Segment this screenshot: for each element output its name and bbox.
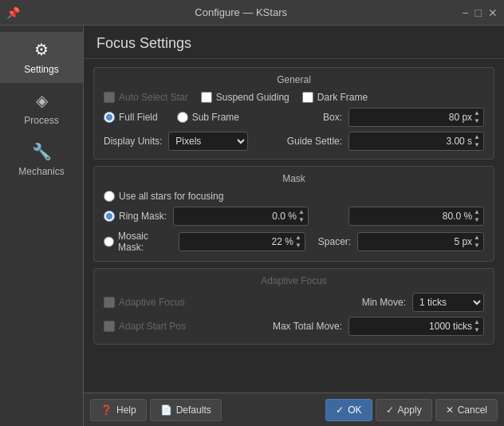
page-title: Focus Settings <box>84 26 504 59</box>
full-field-radio[interactable]: Full Field <box>104 112 158 123</box>
mosaic-mask-row: Mosaic Mask: ▲ ▼ Spacer: ▲ <box>104 231 484 253</box>
general-section: General Auto Select Star Suspend Guiding… <box>93 67 494 160</box>
display-units-select[interactable]: Pixels Arcseconds <box>168 132 248 151</box>
pin-icon[interactable]: 📌 <box>6 6 20 19</box>
bottom-bar: ❓ Help 📄 Defaults ✓ OK ✓ Apply ✕ Cancel <box>84 392 504 426</box>
guide-settle-spinbox[interactable]: ▲ ▼ <box>348 132 484 151</box>
settings-icon: ⚙ <box>34 40 49 59</box>
max-total-move-input[interactable] <box>352 321 472 332</box>
display-units-label: Display Units: <box>104 136 162 147</box>
sidebar-label-mechanics: Mechanics <box>18 166 64 177</box>
dark-frame-checkbox[interactable]: Dark Frame <box>302 92 368 103</box>
minimize-icon[interactable]: − <box>462 6 468 19</box>
ring-mask-right-input[interactable] <box>352 211 472 222</box>
use-all-stars-row: Use all stars for focusing <box>104 191 484 202</box>
defaults-icon: 📄 <box>160 404 172 416</box>
mosaic-mask-input-field[interactable] <box>183 236 293 247</box>
adapt-start-pos-input[interactable] <box>104 321 115 332</box>
suspend-guiding-input[interactable] <box>201 92 212 103</box>
general-row2: Full Field Sub Frame Box: ▲ ▼ <box>104 108 484 127</box>
mosaic-mask-spinbox[interactable]: ▲ ▼ <box>179 232 305 251</box>
mechanics-icon: 🔧 <box>32 142 52 161</box>
mask-section: Mask Use all stars for focusing Ring Mas… <box>93 166 494 262</box>
max-total-move-down[interactable]: ▼ <box>474 326 480 334</box>
sidebar: ⚙ Settings ◈ Process 🔧 Mechanics <box>0 26 84 426</box>
ring-mask-row: Ring Mask: ▲ ▼ ▲ ▼ <box>104 207 484 226</box>
sidebar-item-settings[interactable]: ⚙ Settings <box>0 32 83 83</box>
cancel-icon: ✕ <box>446 404 454 416</box>
spacer-label: Spacer: <box>318 236 351 247</box>
apply-icon: ✓ <box>386 404 394 416</box>
guide-settle-input[interactable] <box>352 136 472 147</box>
mosaic-mask-input[interactable] <box>104 236 114 247</box>
ring-mask-left-input[interactable] <box>177 211 297 222</box>
suspend-guiding-checkbox[interactable]: Suspend Guiding <box>201 92 289 103</box>
max-total-move-up[interactable]: ▲ <box>474 318 480 326</box>
ring-mask-radio[interactable]: Ring Mask: <box>104 211 167 222</box>
general-row1: Auto Select Star Suspend Guiding Dark Fr… <box>104 92 484 103</box>
adaptive-focus-checkbox[interactable]: Adaptive Focus <box>104 297 185 308</box>
close-icon[interactable]: ✕ <box>488 6 498 19</box>
ring-mask-left-down[interactable]: ▼ <box>298 216 305 224</box>
ring-mask-right-spinbox[interactable]: ▲ ▼ <box>348 207 484 226</box>
help-icon: ❓ <box>100 404 112 416</box>
mosaic-mask-radio[interactable]: Mosaic Mask: <box>104 231 172 253</box>
box-label: Box: <box>323 112 342 123</box>
box-down[interactable]: ▼ <box>474 117 480 125</box>
defaults-button[interactable]: 📄 Defaults <box>150 399 222 421</box>
titlebar: 📌 Configure — KStars − □ ✕ <box>0 0 504 26</box>
ok-icon: ✓ <box>336 404 344 416</box>
box-spinbox[interactable]: ▲ ▼ <box>348 108 484 127</box>
dark-frame-input[interactable] <box>302 92 313 103</box>
box-up[interactable]: ▲ <box>474 109 480 117</box>
sidebar-item-process[interactable]: ◈ Process <box>0 83 83 134</box>
af-row2: Adapt Start Pos Max Total Move: ▲ ▼ <box>104 317 484 336</box>
mosaic-mask-down[interactable]: ▼ <box>295 242 301 250</box>
ring-mask-left-spinbox[interactable]: ▲ ▼ <box>173 207 309 226</box>
guide-settle-down[interactable]: ▼ <box>474 141 480 149</box>
guide-settle-up[interactable]: ▲ <box>474 133 480 141</box>
content-area: Focus Settings General Auto Select Star … <box>84 26 504 426</box>
sidebar-item-mechanics[interactable]: 🔧 Mechanics <box>0 134 83 185</box>
af-row1: Adaptive Focus Min Move: 1 ticks 2 ticks… <box>104 293 484 312</box>
spacer-down[interactable]: ▼ <box>474 242 480 250</box>
process-icon: ◈ <box>36 91 48 110</box>
adaptive-focus-section-title: Adaptive Focus <box>104 275 484 286</box>
min-move-select[interactable]: 1 ticks 2 ticks 5 ticks 10 ticks <box>412 293 484 312</box>
right-buttons: ✓ OK ✓ Apply ✕ Cancel <box>325 399 498 421</box>
ring-mask-input[interactable] <box>104 211 115 222</box>
use-all-stars-input[interactable] <box>104 191 115 202</box>
maximize-icon[interactable]: □ <box>475 6 482 19</box>
spacer-spinbox[interactable]: ▲ ▼ <box>357 232 484 251</box>
spacer-input[interactable] <box>361 236 472 247</box>
max-total-move-label: Max Total Move: <box>273 321 342 332</box>
use-all-stars-radio[interactable]: Use all stars for focusing <box>104 191 223 202</box>
general-section-title: General <box>104 74 484 85</box>
sidebar-label-settings: Settings <box>24 64 58 75</box>
auto-select-star-checkbox[interactable]: Auto Select Star <box>104 92 188 103</box>
ring-mask-right-down[interactable]: ▼ <box>474 216 480 224</box>
ring-mask-right-up[interactable]: ▲ <box>474 208 480 216</box>
apply-button[interactable]: ✓ Apply <box>376 399 432 421</box>
ok-button[interactable]: ✓ OK <box>325 399 372 421</box>
main-layout: ⚙ Settings ◈ Process 🔧 Mechanics Focus S… <box>0 26 504 426</box>
min-move-label: Min Move: <box>362 297 406 308</box>
max-total-move-spinbox[interactable]: ▲ ▼ <box>348 317 484 336</box>
ring-mask-left-up[interactable]: ▲ <box>298 208 305 216</box>
help-button[interactable]: ❓ Help <box>90 399 147 421</box>
sub-frame-input[interactable] <box>177 112 188 123</box>
scroll-area: General Auto Select Star Suspend Guiding… <box>84 59 504 392</box>
window-title: Configure — KStars <box>20 6 462 18</box>
box-input[interactable] <box>352 112 472 123</box>
guide-settle-label: Guide Settle: <box>287 136 342 147</box>
full-field-input[interactable] <box>104 112 115 123</box>
mosaic-mask-up[interactable]: ▲ <box>295 234 301 242</box>
spacer-up[interactable]: ▲ <box>474 234 480 242</box>
sub-frame-radio[interactable]: Sub Frame <box>177 112 239 123</box>
auto-select-star-input[interactable] <box>104 92 115 103</box>
adaptive-focus-input[interactable] <box>104 297 115 308</box>
cancel-button[interactable]: ✕ Cancel <box>435 399 498 421</box>
adapt-start-pos-checkbox[interactable]: Adapt Start Pos <box>104 321 186 332</box>
adaptive-focus-section: Adaptive Focus Adaptive Focus Min Move: … <box>93 268 494 345</box>
window-controls: − □ ✕ <box>462 6 498 19</box>
